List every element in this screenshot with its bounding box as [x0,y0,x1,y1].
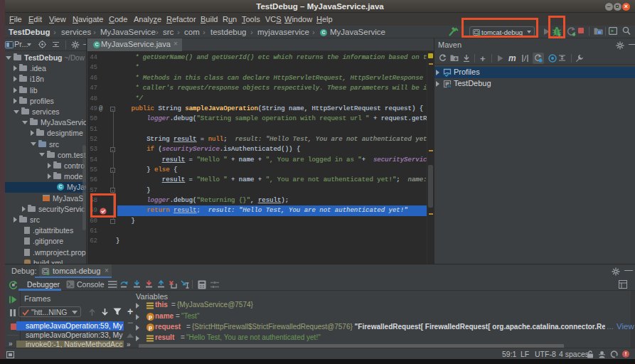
svg-text:m: m [448,84,452,88]
